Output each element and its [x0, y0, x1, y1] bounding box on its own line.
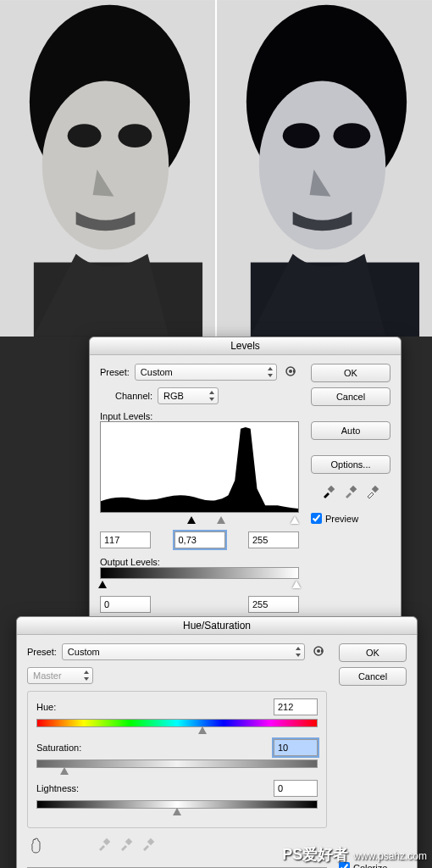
hs-dropper-icon: [97, 837, 112, 852]
huesat-title: Hue/Saturation: [17, 617, 417, 635]
sat-input[interactable]: [274, 739, 318, 756]
output-black[interactable]: [100, 596, 151, 613]
black-point-handle[interactable]: [187, 516, 196, 524]
output-white[interactable]: [248, 596, 299, 613]
comparison-images: [0, 0, 432, 337]
gear-icon[interactable]: [284, 364, 299, 380]
preset-select[interactable]: Custom: [135, 364, 277, 381]
hue-slider[interactable]: [36, 719, 318, 727]
hs-cancel-button[interactable]: Cancel: [339, 667, 407, 686]
auto-button[interactable]: Auto: [311, 421, 390, 440]
preset-label: Preset:: [100, 367, 130, 377]
output-levels-label: Output Levels:: [100, 557, 160, 567]
hs-preset-label: Preset:: [27, 647, 57, 657]
watermark: PS爱好者 www.psahz.com: [282, 844, 427, 865]
hue-handle[interactable]: [198, 726, 207, 734]
after-image: [217, 0, 432, 337]
out-black-handle[interactable]: [98, 581, 107, 588]
svg-point-10: [333, 123, 370, 148]
svg-rect-15: [350, 486, 357, 492]
svg-rect-16: [372, 486, 379, 492]
gamma-handle[interactable]: [217, 516, 225, 524]
channel-label: Channel:: [115, 391, 152, 401]
histogram: [100, 421, 299, 513]
black-dropper-icon[interactable]: [321, 484, 336, 499]
svg-rect-14: [328, 486, 335, 492]
hand-icon[interactable]: [27, 837, 46, 855]
levels-title: Levels: [90, 337, 401, 355]
options-button[interactable]: Options...: [311, 455, 390, 474]
hs-ok-button[interactable]: OK: [339, 643, 407, 662]
svg-point-18: [317, 649, 320, 653]
svg-rect-21: [147, 838, 154, 845]
sat-label: Saturation:: [36, 743, 102, 753]
svg-rect-20: [125, 838, 132, 845]
light-handle[interactable]: [173, 808, 181, 815]
input-slider[interactable]: [100, 516, 299, 528]
gray-dropper-icon[interactable]: [343, 484, 358, 499]
output-gradient: [100, 567, 299, 579]
channel-select[interactable]: RGB: [158, 387, 219, 404]
light-label: Lightness:: [36, 783, 102, 793]
before-image: [0, 0, 215, 337]
svg-point-9: [283, 123, 320, 148]
hs-preset-select[interactable]: Custom: [62, 643, 305, 660]
cancel-button[interactable]: Cancel: [311, 387, 390, 406]
sat-slider[interactable]: [36, 760, 318, 768]
master-select: Master: [27, 667, 93, 684]
sat-handle[interactable]: [60, 767, 69, 775]
svg-point-4: [118, 124, 152, 147]
input-levels-label: Input Levels:: [100, 411, 152, 421]
svg-rect-19: [103, 838, 110, 845]
preview-checkbox[interactable]: Preview: [311, 513, 390, 524]
hs-group: Hue: Saturation: Lightness:: [27, 691, 327, 828]
input-black[interactable]: [100, 531, 151, 548]
input-white[interactable]: [248, 531, 299, 548]
white-point-handle[interactable]: [291, 516, 299, 524]
hue-input[interactable]: [274, 698, 318, 715]
levels-dialog: Levels Preset: Custom Channel: RGB Input…: [89, 337, 402, 622]
hs-dropper-plus-icon: [119, 837, 134, 852]
hs-dropper-minus-icon: [141, 837, 156, 852]
white-dropper-icon[interactable]: [365, 484, 380, 499]
light-input[interactable]: [274, 780, 318, 797]
ok-button[interactable]: OK: [311, 364, 390, 382]
huesat-dialog: Hue/Saturation Preset: Custom Master Hue…: [16, 616, 418, 868]
out-white-handle[interactable]: [292, 581, 301, 588]
input-gamma[interactable]: [174, 531, 225, 548]
svg-point-3: [68, 124, 102, 147]
hue-label: Hue:: [36, 702, 102, 712]
svg-point-13: [289, 370, 292, 373]
output-slider[interactable]: [100, 581, 299, 593]
gear-icon[interactable]: [312, 644, 327, 659]
